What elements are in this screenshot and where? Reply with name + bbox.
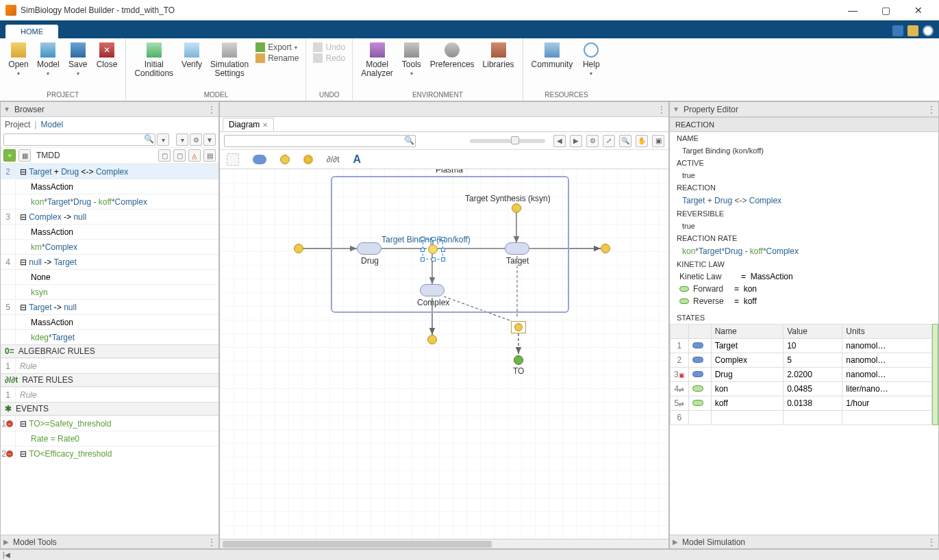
help-qat-icon[interactable] — [923, 25, 934, 36]
rate-rules-header[interactable]: ∂/∂tRATE RULES — [1, 373, 218, 387]
diagram-panel: ⋮ Diagram✕ 🔍 ◀ ▶ ⚙ ⤢ 🔍 ✋ ▣ ∂/∂t A — [219, 101, 669, 549]
binding-reaction-node[interactable] — [428, 244, 438, 254]
diagram-canvas[interactable]: Plasma Target Synthesis (ksyn) Target Bi… — [220, 169, 668, 539]
verify-button[interactable]: Verify — [177, 40, 206, 71]
tool-c-button[interactable]: ◬ — [188, 149, 201, 162]
preferences-button[interactable]: Preferences — [426, 40, 479, 71]
reversible-value[interactable]: true — [670, 220, 938, 232]
active-value[interactable]: true — [670, 169, 938, 181]
close-project-button[interactable]: ✕Close — [92, 40, 122, 71]
tool-a-button[interactable]: ▢ — [158, 149, 171, 162]
libraries-button[interactable]: Libraries — [479, 40, 518, 71]
search-icon[interactable]: 🔍 — [142, 134, 155, 145]
diagram-tab[interactable]: Diagram✕ — [223, 118, 274, 131]
breadcrumb-project[interactable]: Project — [5, 120, 30, 129]
close-button[interactable]: ✕ — [909, 5, 928, 16]
gear-button[interactable]: ⚙ — [190, 133, 202, 146]
search-icon[interactable]: 🔍 — [403, 136, 415, 147]
observable-rule-node[interactable] — [511, 321, 526, 333]
save-qat-icon[interactable] — [892, 25, 903, 36]
species-tool[interactable] — [253, 155, 266, 164]
ksyn-reaction-node[interactable] — [512, 203, 521, 213]
events-header[interactable]: ✱EVENTS — [1, 402, 218, 416]
simulation-settings-button[interactable]: SimulationSettings — [206, 40, 253, 79]
rename-button[interactable]: Rename — [255, 53, 299, 63]
zoom-in-button[interactable]: 🔍 — [619, 135, 631, 147]
block-palette: ∂/∂t A — [220, 150, 668, 169]
rate-tool[interactable]: ∂/∂t — [327, 155, 340, 164]
table-row[interactable]: 3▣Drug2.0200nanomol… — [671, 368, 932, 382]
diagram-scrollbar[interactable] — [220, 539, 668, 548]
nav-prev-button[interactable]: ◀ — [553, 135, 566, 147]
redo-button[interactable]: Redo — [313, 53, 345, 63]
states-table[interactable]: NameValueUnits 1Target10nanomol…2Complex… — [670, 324, 932, 425]
maximize-button[interactable]: ▢ — [876, 5, 895, 16]
export-button[interactable]: Export ▾ — [255, 42, 299, 52]
complex-sink-node[interactable] — [427, 335, 437, 344]
complex-species[interactable] — [420, 284, 445, 296]
reaction-rev-tool[interactable] — [303, 155, 313, 164]
table-row[interactable]: 6 — [671, 411, 932, 425]
table-row[interactable]: 4⇄kon0.0485liter/nano… — [671, 382, 932, 396]
model-tools-header[interactable]: ▶Model Tools⋮ — [1, 535, 218, 548]
name-value[interactable]: Target Binding (kon/koff) — [670, 144, 938, 157]
model-button[interactable]: Model▾ — [33, 40, 64, 79]
filter-funnel-button[interactable]: ▼ — [203, 133, 216, 146]
states-scrollbar[interactable] — [932, 324, 938, 425]
zoom-reset-button[interactable]: ⤢ — [603, 135, 615, 147]
rate-value[interactable]: kon*Target*Drug - koff*Complex — [670, 244, 938, 258]
property-header[interactable]: ▼Property Editor⋮ — [670, 102, 938, 117]
help-button[interactable]: Help▾ — [577, 40, 605, 79]
redo-icon — [313, 53, 323, 63]
model-simulation-header[interactable]: ▶Model Simulation⋮ — [670, 535, 938, 548]
minimize-button[interactable]: — — [843, 5, 862, 16]
reactions-tree[interactable]: 2⊟ Target + Drug <-> Complex MassAction … — [1, 164, 218, 535]
reaction-5-header[interactable]: 5⊟ Target -> null — [1, 299, 218, 314]
browser-header[interactable]: ▼Browser⋮ — [1, 102, 218, 117]
pan-button[interactable]: ✋ — [636, 135, 648, 147]
open-button[interactable]: Open▾ — [4, 40, 33, 79]
home-tab[interactable]: HOME — [5, 25, 58, 38]
initial-conditions-button[interactable]: InitialConditions — [130, 40, 177, 79]
add-button[interactable]: ＋ — [3, 149, 16, 162]
view-button[interactable]: ▦ — [18, 149, 31, 162]
browser-search[interactable]: 🔍 — [3, 133, 155, 146]
filter-dropdown-button[interactable]: ▾ — [157, 133, 169, 146]
kinetic-law-row: Kinetic Law= MassAction — [670, 270, 938, 283]
reaction-2-header[interactable]: 2⊟ Target + Drug <-> Complex — [1, 164, 218, 179]
diagram-gear-button[interactable]: ⚙ — [586, 135, 599, 147]
reaction-3-header[interactable]: 3⊟ Complex -> null — [1, 209, 218, 224]
tool-d-button[interactable]: ▤ — [203, 149, 216, 162]
filter-a-button[interactable]: ▾ — [176, 133, 188, 146]
tool-b-button[interactable]: ▢ — [173, 149, 186, 162]
diagram-search[interactable]: 🔍 — [224, 135, 416, 147]
undo-button[interactable]: Undo — [313, 42, 345, 52]
model-analyzer-button[interactable]: ModelAnalyzer — [357, 40, 397, 79]
breadcrumb-model[interactable]: Model — [40, 120, 63, 129]
drug-species[interactable] — [357, 242, 381, 255]
folder-qat-icon[interactable] — [907, 25, 918, 36]
event-2[interactable]: 2–⊟ TO<Efficacy_threshold — [1, 446, 218, 461]
reaction-tool[interactable] — [280, 155, 290, 164]
target-species[interactable] — [505, 242, 529, 255]
reaction-4-header[interactable]: 4⊟ null -> Target — [1, 254, 218, 269]
table-row[interactable]: 5⇄koff0.01381/hour — [671, 396, 932, 411]
community-button[interactable]: Community — [527, 40, 577, 71]
save-button[interactable]: Save▾ — [64, 40, 92, 79]
nav-next-button[interactable]: ▶ — [570, 135, 582, 147]
tools-button[interactable]: Tools▾ — [397, 40, 426, 79]
zoom-slider[interactable] — [470, 139, 545, 143]
drug-source-node[interactable] — [294, 244, 303, 253]
libraries-icon — [491, 42, 506, 58]
compartment-tool[interactable] — [227, 153, 239, 166]
to-observable-node[interactable] — [514, 355, 523, 365]
close-tab-icon[interactable]: ✕ — [262, 121, 268, 129]
reaction-value[interactable]: Target + Drug <-> Complex — [670, 194, 938, 207]
target-sink-node[interactable] — [601, 244, 610, 253]
table-row[interactable]: 1Target10nanomol… — [671, 339, 932, 353]
table-row[interactable]: 2Complex5nanomol… — [671, 353, 932, 368]
event-1[interactable]: 1–⊟ TO>=Safety_threshold — [1, 416, 218, 431]
annotation-tool[interactable]: A — [353, 153, 362, 166]
algebraic-rules-header[interactable]: 0=ALGEBRAIC RULES — [1, 344, 218, 358]
fit-button[interactable]: ▣ — [652, 135, 664, 147]
